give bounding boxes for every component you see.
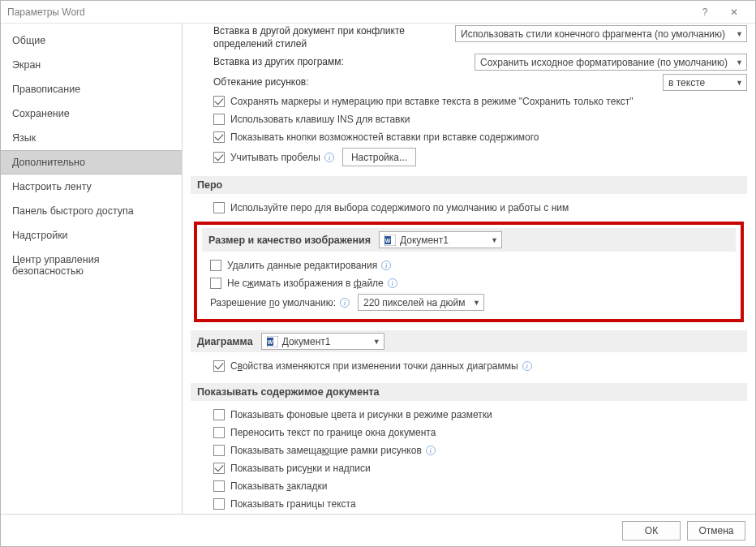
wrap-window-label: Переносить текст по границе окна докумен…: [230, 427, 436, 438]
chart-props-label: Свойства изменяются при изменении точки …: [230, 360, 518, 372]
show-bookmarks-checkbox[interactable]: [213, 480, 225, 492]
chevron-down-icon: ▼: [736, 58, 743, 67]
default-res-label: Разрешение по умолчанию:: [210, 297, 336, 308]
chevron-down-icon: ▼: [473, 299, 480, 307]
pen-select-checkbox[interactable]: [213, 202, 225, 213]
insert-other-label: Вставка из других программ:: [213, 56, 432, 69]
ok-button[interactable]: ОК: [622, 521, 681, 541]
ins-key-checkbox[interactable]: [213, 114, 225, 125]
chevron-down-icon: ▼: [491, 236, 498, 244]
no-compress-label: Не сжимать изображения в файле: [227, 278, 384, 289]
section-image-quality: Размер и качество изображения W Документ…: [202, 228, 736, 252]
show-bg-checkbox[interactable]: [213, 409, 225, 420]
keep-bullets-checkbox[interactable]: [213, 96, 225, 107]
dialog-body: Общие Экран Правописание Сохранение Язык…: [1, 24, 755, 514]
chevron-down-icon: ▼: [736, 79, 743, 87]
word-doc-icon: W: [267, 336, 278, 347]
sidebar-item-label: Язык: [12, 132, 36, 144]
sidebar-item-advanced[interactable]: Дополнительно: [1, 150, 182, 174]
svg-text:W: W: [385, 238, 391, 243]
chart-doc-select[interactable]: W Документ1 ▼: [261, 333, 384, 350]
show-drawings-checkbox[interactable]: [213, 463, 225, 474]
info-icon[interactable]: [381, 261, 391, 270]
word-doc-icon: W: [384, 235, 396, 246]
sidebar-item-label: Настроить ленту: [12, 181, 92, 192]
svg-text:W: W: [267, 339, 273, 345]
sidebar-item-label: Центр управления безопасностью: [12, 254, 99, 277]
dialog-footer: ОК Отмена: [1, 514, 755, 546]
keep-bullets-label: Сохранять маркеры и нумерацию при вставк…: [230, 96, 634, 107]
image-quality-highlight: Размер и качество изображения W Документ…: [194, 222, 744, 322]
sidebar-item-display[interactable]: Экран: [1, 53, 182, 77]
section-chart: Диаграмма W Документ1 ▼: [191, 330, 747, 352]
help-button[interactable]: ?: [690, 1, 719, 24]
image-quality-doc-select[interactable]: W Документ1 ▼: [379, 231, 502, 248]
sidebar-item-addins[interactable]: Надстройки: [1, 223, 182, 248]
ins-key-label: Использовать клавишу INS для вставки: [230, 114, 410, 125]
no-compress-checkbox[interactable]: [210, 278, 221, 289]
sidebar-item-proofing[interactable]: Правописание: [1, 77, 182, 101]
discard-edit-checkbox[interactable]: [210, 260, 221, 271]
sidebar-item-label: Общие: [12, 35, 45, 46]
section-show-content: Показывать содержимое документа: [191, 383, 747, 401]
default-res-select[interactable]: 220 пикселей на дюйм ▼: [358, 294, 484, 311]
wrap-images-label: Обтекание рисунков:: [213, 76, 513, 89]
paste-options-label: Показывать кнопки возможностей вставки п…: [230, 131, 539, 143]
sidebar-item-language[interactable]: Язык: [1, 126, 182, 150]
wrap-images-select[interactable]: в тексте ▼: [663, 74, 747, 91]
sidebar-item-save[interactable]: Сохранение: [1, 101, 182, 126]
smart-cut-paste-checkbox[interactable]: [213, 152, 225, 163]
sidebar-item-label: Надстройки: [12, 230, 68, 241]
cancel-button[interactable]: Отмена: [687, 521, 745, 541]
titlebar: Параметры Word ? ✕: [1, 1, 755, 24]
smart-cut-paste-label: Учитывать пробелы: [230, 152, 320, 163]
sidebar: Общие Экран Правописание Сохранение Язык…: [1, 24, 183, 514]
info-icon[interactable]: [522, 361, 532, 371]
chart-props-checkbox[interactable]: [213, 360, 225, 372]
sidebar-item-label: Экран: [12, 59, 41, 71]
info-icon[interactable]: [426, 446, 436, 455]
insert-conflict-label: Вставка в другой документ при конфликте …: [213, 25, 432, 50]
sidebar-item-ribbon[interactable]: Настроить ленту: [1, 174, 182, 199]
close-button[interactable]: ✕: [719, 1, 749, 24]
sidebar-item-trust[interactable]: Центр управления безопасностью: [1, 248, 182, 283]
show-text-bounds-label: Показывать границы текста: [230, 498, 356, 510]
insert-other-select[interactable]: Сохранить исходное форматирование (по ум…: [475, 54, 747, 71]
show-bookmarks-label: Показывать закладки: [230, 480, 327, 492]
placeholder-imgs-checkbox[interactable]: [213, 445, 225, 456]
discard-edit-label: Удалить данные редактирования: [227, 260, 377, 271]
sidebar-item-label: Сохранение: [12, 108, 70, 119]
options-dialog: Параметры Word ? ✕ Общие Экран Правописа…: [0, 0, 756, 547]
info-icon[interactable]: [340, 298, 350, 308]
section-pen: Перо: [191, 176, 747, 194]
sidebar-item-label: Правописание: [12, 84, 80, 95]
wrap-window-checkbox[interactable]: [213, 427, 225, 438]
insert-conflict-select[interactable]: Использовать стили конечного фрагмента (…: [455, 25, 747, 42]
chevron-down-icon: ▼: [736, 30, 743, 38]
show-drawings-label: Показывать рисунки и надписи: [230, 463, 371, 474]
show-text-bounds-checkbox[interactable]: [213, 498, 225, 510]
settings-button[interactable]: Настройка...: [342, 148, 416, 166]
info-icon[interactable]: [388, 278, 397, 288]
content-panel[interactable]: Вставка в другой документ при конфликте …: [183, 24, 755, 514]
sidebar-item-label: Панель быстрого доступа: [12, 205, 134, 217]
chevron-down-icon: ▼: [373, 338, 380, 346]
info-icon[interactable]: [324, 153, 334, 162]
pen-select-label: Используйте перо для выбора содержимого …: [230, 202, 569, 213]
window-title: Параметры Word: [7, 6, 690, 18]
placeholder-imgs-label: Показывать замещающие рамки рисунков: [230, 445, 422, 456]
sidebar-item-general[interactable]: Общие: [1, 28, 182, 53]
sidebar-item-label: Дополнительно: [12, 157, 85, 168]
show-bg-label: Показывать фоновые цвета и рисунки в реж…: [230, 409, 492, 420]
sidebar-item-qat[interactable]: Панель быстрого доступа: [1, 199, 182, 223]
paste-options-checkbox[interactable]: [213, 131, 225, 143]
